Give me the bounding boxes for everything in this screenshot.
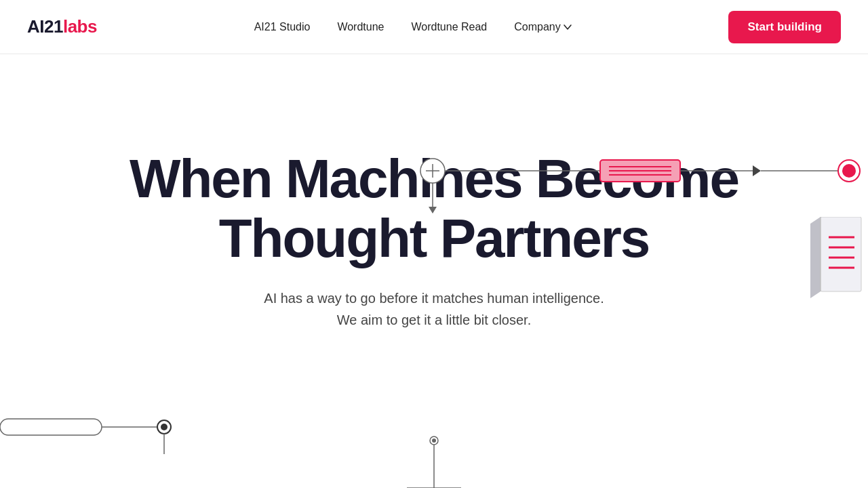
circuit-diagram-top [0, 136, 868, 217]
nav-link-ai21-studio[interactable]: AI21 Studio [254, 21, 311, 33]
nav-item-wordtune[interactable]: Wordtune [337, 21, 384, 33]
svg-marker-14 [429, 207, 437, 214]
hero-subtitle-line1: AI has a way to go before it matches hum… [264, 291, 604, 306]
nav-link-company[interactable]: Company [514, 21, 560, 33]
svg-point-12 [842, 164, 856, 178]
svg-rect-16 [821, 217, 861, 291]
svg-point-26 [161, 424, 167, 430]
svg-marker-9 [753, 165, 761, 176]
circuit-diagram-bottom-center [407, 434, 461, 488]
navbar: AI21labs AI21 Studio Wordtune Wordtune R… [0, 0, 868, 54]
nav-item-wordtune-read[interactable]: Wordtune Read [411, 21, 487, 33]
chevron-down-icon [564, 24, 572, 30]
hero-subtitle: AI has a way to go before it matches hum… [0, 287, 868, 331]
book-3d-icon [800, 217, 868, 298]
start-building-button[interactable]: Start building [728, 11, 841, 43]
nav-link-wordtune-read[interactable]: Wordtune Read [411, 21, 487, 33]
svg-point-29 [432, 439, 436, 443]
nav-links: AI21 Studio Wordtune Wordtune Read Compa… [254, 21, 572, 33]
circuit-diagram-bottom-left [0, 400, 176, 454]
logo-labs: labs [63, 16, 97, 37]
hero-subtitle-line2: We aim to get it a little bit closer. [337, 312, 531, 327]
logo-ai21: AI21 [27, 16, 63, 37]
hero-title-line2: Thought Partners [219, 208, 650, 268]
nav-item-ai21-studio[interactable]: AI21 Studio [254, 21, 311, 33]
logo[interactable]: AI21labs [27, 16, 97, 37]
main-content: When Machines Become Thought Partners AI… [0, 54, 868, 488]
nav-item-company[interactable]: Company [514, 21, 571, 33]
svg-rect-23 [0, 419, 102, 435]
svg-marker-15 [810, 217, 821, 298]
nav-link-wordtune[interactable]: Wordtune [337, 21, 384, 33]
